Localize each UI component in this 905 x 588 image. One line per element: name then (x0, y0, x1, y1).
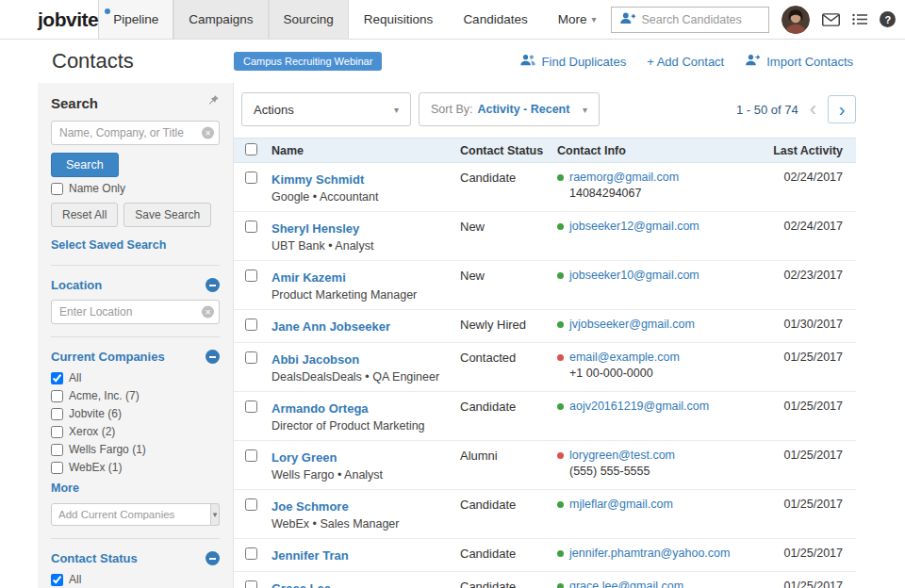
contact-name-link[interactable]: Armando Ortega (272, 401, 369, 416)
row-checkbox[interactable] (245, 270, 257, 282)
company-filter-option[interactable]: Xerox (2) (51, 425, 220, 438)
status-filter-option[interactable]: All (51, 573, 220, 586)
add-companies-input[interactable] (51, 503, 211, 526)
status-filter-list: AllCandidate (44)Contacted (8)Not Intere… (51, 573, 220, 588)
contact-name-link[interactable]: Jennifer Tran (272, 548, 349, 563)
company-filter-option[interactable]: Acme, Inc. (7) (51, 389, 220, 402)
tab-pipeline[interactable]: Pipeline (98, 0, 173, 39)
email-status-dot (557, 583, 564, 588)
reset-all-button[interactable]: Reset All (51, 203, 118, 227)
campaign-badge[interactable]: Campus Recruiting Webinar (234, 52, 382, 71)
user-avatar[interactable] (782, 6, 810, 34)
table-row: Amir KazemiProduct Marketing ManagerNewj… (234, 261, 856, 310)
contact-email-link[interactable]: jobseeker12@gmail.com (569, 220, 699, 233)
contact-email-link[interactable]: grace.lee@gmail.com (569, 580, 683, 588)
company-filter-option[interactable]: All (51, 371, 220, 384)
chevron-down-icon: ▾ (394, 105, 399, 115)
status-filter-checkbox[interactable] (51, 574, 63, 586)
company-filter-checkbox[interactable] (51, 390, 63, 402)
combo-dropdown-icon[interactable]: ▾ (211, 503, 220, 526)
email-status-dot (557, 321, 564, 328)
messages-envelope-icon[interactable] (822, 13, 840, 26)
company-filter-checkbox[interactable] (51, 408, 63, 420)
company-filter-checkbox[interactable] (51, 462, 63, 474)
contact-email-link[interactable]: raemorg@gmail.com (569, 171, 679, 184)
collapse-companies-icon[interactable] (206, 350, 220, 364)
company-filter-checkbox[interactable] (51, 372, 63, 384)
help-icon[interactable]: ? (880, 11, 896, 27)
nav-tabs: PipelineCampaignsSourcingRequisitionsCan… (98, 0, 611, 39)
row-checkbox[interactable] (245, 547, 257, 560)
column-header-name[interactable]: Name (272, 144, 460, 157)
row-checkbox[interactable] (245, 318, 257, 331)
contact-email-link[interactable]: email@example.com (569, 351, 680, 364)
row-checkbox[interactable] (245, 351, 257, 364)
tab-campaigns[interactable]: Campaigns (173, 0, 268, 39)
actions-dropdown[interactable]: Actions ▾ (241, 92, 411, 126)
row-checkbox[interactable] (245, 580, 257, 588)
column-header-info[interactable]: Contact Info (557, 144, 766, 157)
company-filter-option[interactable]: WebEx (1) (51, 461, 220, 474)
contact-name-link[interactable]: Kimmy Schmidt (272, 172, 364, 187)
row-checkbox[interactable] (245, 498, 257, 511)
find-duplicates-button[interactable]: Find Duplicates (519, 54, 627, 69)
import-contacts-button[interactable]: Import Contacts (745, 54, 853, 69)
contact-email-link[interactable]: jennifer.phamtran@yahoo.com (569, 547, 730, 560)
company-filter-checkbox[interactable] (51, 426, 63, 438)
companies-more-link[interactable]: More (51, 482, 79, 495)
contact-subtitle: WebEx • Sales Manager (272, 517, 460, 531)
clear-input-icon[interactable]: ✕ (202, 127, 214, 139)
contact-name-link[interactable]: Jane Ann Jobseeker (272, 319, 390, 334)
select-saved-search-link[interactable]: Select Saved Search (51, 238, 166, 252)
next-page-button[interactable]: › (828, 95, 856, 123)
row-checkbox[interactable] (245, 220, 257, 233)
candidate-search-box[interactable] (611, 7, 769, 33)
select-all-checkbox[interactable] (245, 143, 257, 155)
name-only-checkbox[interactable] (51, 183, 63, 195)
contact-email-link[interactable]: aojv20161219@gmail.com (569, 400, 709, 413)
contact-phone: +1 00-000-0000 (569, 367, 766, 380)
column-header-status[interactable]: Contact Status (460, 144, 557, 157)
column-header-activity[interactable]: Last Activity (766, 144, 856, 157)
contact-email-link[interactable]: jobseeker10@gmail.com (569, 269, 699, 282)
contact-name-link[interactable]: Joe Schmore (272, 499, 349, 514)
keyword-search-input[interactable] (51, 121, 220, 145)
contact-email-link[interactable]: mjleflar@gmail.com (569, 498, 673, 511)
tasks-list-icon[interactable] (852, 13, 867, 25)
table-row: Lory GreenWells Fargo • AnalystAlumnilor… (234, 441, 856, 490)
tab-requisitions[interactable]: Requisitions (349, 0, 449, 39)
add-contact-button[interactable]: + Add Contact (647, 55, 724, 69)
collapse-status-icon[interactable] (206, 551, 220, 565)
tab-sourcing[interactable]: Sourcing (269, 0, 349, 39)
company-filter-option[interactable]: Wells Fargo (1) (51, 443, 220, 456)
company-filter-checkbox[interactable] (51, 444, 63, 456)
contact-name-link[interactable]: Grace Lee (272, 581, 331, 588)
contact-name-link[interactable]: Sheryl Hensley (272, 221, 359, 236)
search-button[interactable]: Search (51, 153, 119, 177)
contact-email-link[interactable]: jvjobseeker@gmail.com (569, 318, 695, 331)
collapse-pin-icon[interactable] (206, 94, 220, 111)
prev-page-icon[interactable]: ‹ (810, 99, 816, 120)
contact-subtitle: Director of Product Marketing (272, 419, 460, 433)
collapse-location-icon[interactable] (206, 278, 220, 292)
sort-by-dropdown[interactable]: Sort By: Activity - Recent ▾ (419, 92, 600, 126)
last-activity: 02/24/2017 (766, 163, 856, 211)
candidate-search-input[interactable] (641, 13, 752, 26)
company-filter-option[interactable]: Jobvite (6) (51, 407, 220, 420)
save-search-button[interactable]: Save Search (123, 203, 211, 227)
contact-email-link[interactable]: lorygreen@test.com (569, 449, 675, 462)
clear-input-icon[interactable]: ✕ (202, 306, 214, 318)
row-checkbox[interactable] (245, 172, 257, 184)
row-checkbox[interactable] (245, 400, 257, 413)
contact-name-link[interactable]: Lory Green (272, 450, 337, 465)
jobvite-logo[interactable]: jobvite (38, 0, 98, 39)
duplicate-users-icon (519, 54, 536, 69)
contact-name-link[interactable]: Abbi Jacobson (272, 352, 359, 367)
location-input[interactable] (51, 300, 220, 324)
tab-more[interactable]: More▾ (543, 0, 612, 39)
row-checkbox[interactable] (245, 449, 257, 462)
contact-name-link[interactable]: Amir Kazemi (272, 270, 346, 285)
tab-candidates[interactable]: Candidates (448, 0, 542, 39)
name-only-option[interactable]: Name Only (51, 182, 220, 195)
company-filter-list: AllAcme, Inc. (7)Jobvite (6)Xerox (2)Wel… (51, 371, 220, 474)
